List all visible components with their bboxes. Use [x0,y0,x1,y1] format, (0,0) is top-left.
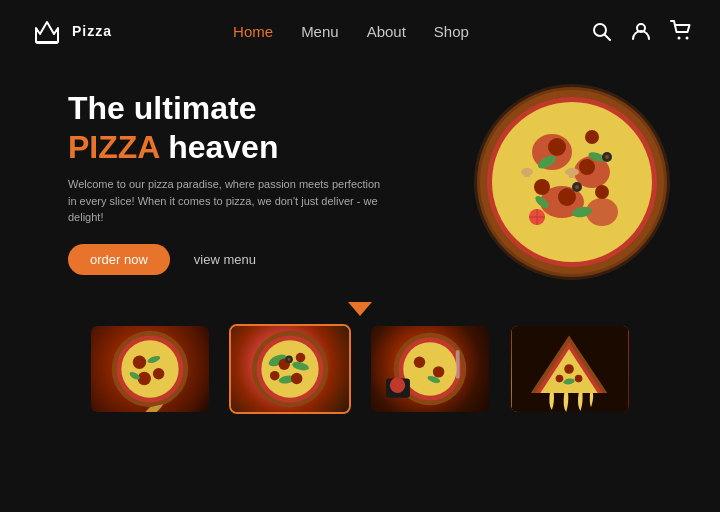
thumb-image-3 [371,326,489,412]
header-icons [590,20,692,42]
svg-point-40 [133,356,146,369]
user-icon[interactable] [630,20,652,42]
svg-point-63 [433,366,444,377]
thumbnail-3[interactable] [369,324,491,414]
svg-point-9 [492,102,652,262]
hero-section: The ultimate PIZZA heaven Welcome to our… [0,62,720,292]
svg-point-62 [414,357,425,368]
thumb-image-2 [231,326,349,412]
svg-point-2 [594,24,606,36]
svg-point-29 [575,185,579,189]
svg-point-53 [270,371,280,381]
svg-point-31 [605,155,609,159]
svg-point-47 [261,340,318,397]
hero-buttons: order now view menu [68,244,388,275]
svg-rect-65 [456,350,460,379]
svg-point-59 [403,342,457,396]
thumbnail-2[interactable] [229,324,351,414]
svg-point-20 [558,188,576,206]
view-menu-button[interactable]: view menu [194,252,256,267]
svg-point-22 [534,179,550,195]
svg-rect-1 [36,41,58,44]
nav-about[interactable]: About [367,23,406,40]
svg-point-41 [153,368,164,379]
search-icon[interactable] [590,20,612,42]
hero-title-line2: PIZZA heaven [68,128,388,166]
thumbnail-4[interactable] [509,324,631,414]
nav-home[interactable]: Home [233,23,273,40]
svg-point-18 [548,138,566,156]
thumbnail-1[interactable] [89,324,211,414]
svg-line-3 [605,35,610,40]
thumb-image-4 [511,326,629,412]
scroll-arrow [40,302,680,316]
pizza-word: PIZZA [68,129,159,165]
nav-shop[interactable]: Shop [434,23,469,40]
logo[interactable]: Pizza [28,12,112,50]
hero-description: Welcome to our pizza paradise, where pas… [68,176,388,226]
svg-point-21 [595,185,609,199]
hero-text: The ultimate PIZZA heaven Welcome to our… [68,89,388,274]
svg-point-71 [556,375,564,383]
thumbnails-section [0,292,720,424]
thumb-image-1 [91,326,209,412]
page-wrapper: Pizza Home Menu About Shop [0,0,720,512]
svg-point-23 [585,130,599,144]
svg-rect-25 [569,172,575,178]
svg-point-54 [296,353,306,363]
pizza-hero-svg [472,82,672,282]
svg-point-19 [579,159,595,175]
thumbnails-row [40,324,680,414]
brand-name: Pizza [72,23,112,39]
svg-point-6 [686,37,689,40]
svg-point-5 [678,37,681,40]
main-nav: Home Menu About Shop [233,23,469,40]
header: Pizza Home Menu About Shop [0,0,720,62]
svg-point-72 [575,375,583,383]
svg-point-61 [390,378,405,393]
svg-marker-0 [36,22,58,42]
hero-pizza-image [472,82,672,282]
heaven-word: heaven [159,129,278,165]
svg-point-56 [288,358,291,361]
order-now-button[interactable]: order now [68,244,170,275]
svg-point-39 [121,340,178,397]
svg-point-52 [291,373,302,384]
cart-icon[interactable] [670,20,692,42]
logo-icon [28,12,66,50]
svg-rect-27 [524,172,530,177]
hero-title-line1: The ultimate [68,89,388,127]
svg-marker-36 [348,302,372,316]
svg-point-70 [564,364,574,374]
nav-menu[interactable]: Menu [301,23,339,40]
